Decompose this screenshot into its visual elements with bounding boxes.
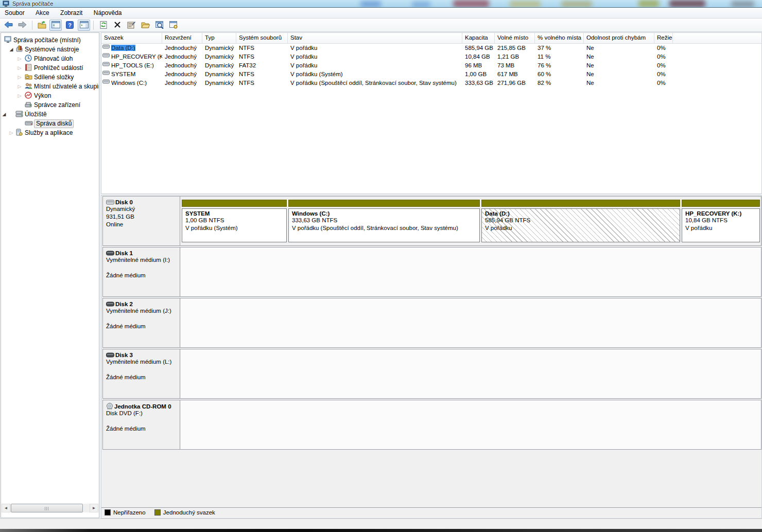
- volume-name-selected[interactable]: Data (D:): [111, 45, 135, 51]
- tree-item-label[interactable]: Plánovač úloh: [34, 54, 73, 63]
- disk-name: Jednotka CD-ROM 0: [114, 403, 171, 410]
- scrollbar-thumb[interactable]: [11, 504, 83, 512]
- expand-icon[interactable]: ▷: [16, 91, 23, 100]
- disk1-label[interactable]: Disk 1 Vyměnitelné médium (I:) Žádné méd…: [103, 247, 180, 296]
- back-icon[interactable]: [2, 20, 14, 31]
- disk3-no-media-area[interactable]: [181, 349, 761, 398]
- tree-item-label[interactable]: Místní uživatelé a skupiny: [34, 82, 99, 91]
- partition-hp-recovery[interactable]: HP_RECOVERY (K:) 10,84 GB NTFS V pořádku: [682, 200, 760, 242]
- volume-name[interactable]: SYSTEM: [111, 71, 135, 77]
- column-header-rezie[interactable]: Režie: [654, 33, 673, 43]
- tree-item-label-selected[interactable]: Správa disků: [34, 119, 74, 128]
- collapse-icon[interactable]: ◢: [1, 110, 7, 119]
- menu-soubor[interactable]: Soubor: [0, 8, 29, 19]
- disk2-label[interactable]: Disk 2 Vyměnitelné médium (J:) Žádné méd…: [103, 298, 180, 347]
- task-scheduler-icon: [25, 55, 32, 63]
- tree-item-label[interactable]: Sdílené složky: [34, 73, 74, 82]
- tree-item-device-manager[interactable]: Správce zařízení: [1, 100, 99, 110]
- open-icon[interactable]: [140, 20, 152, 31]
- cdrom-no-media-area[interactable]: [181, 400, 761, 449]
- expand-icon[interactable]: ▷: [16, 54, 23, 63]
- legend-unallocated: Nepřiřazeno: [105, 509, 146, 516]
- column-header-stav[interactable]: Stav: [288, 33, 462, 43]
- disk2-no-media-area[interactable]: [181, 298, 761, 347]
- desktop-wallpaper-bleed: [412, 2, 430, 8]
- refresh-icon[interactable]: [97, 20, 110, 31]
- tree-item-system-tools[interactable]: ◢ Systémové nástroje: [1, 45, 99, 54]
- expand-icon[interactable]: ▷: [16, 73, 23, 82]
- column-header-pct-volneho-mista[interactable]: % volného místa: [535, 33, 584, 43]
- tree-item-local-users-groups[interactable]: ▷ Místní uživatelé a skupiny: [1, 82, 99, 91]
- tree-item-storage[interactable]: ◢ Úložiště: [1, 110, 99, 119]
- tree-item-disk-management[interactable]: Správa disků: [1, 119, 99, 128]
- desktop-wallpaper-bleed: [638, 0, 659, 7]
- volume-list: Svazek Rozvržení Typ Systém souborů Stav…: [101, 32, 762, 194]
- help-icon[interactable]: ?: [64, 20, 76, 31]
- tree-item-event-viewer[interactable]: ▷ Prohlížeč událostí: [1, 63, 99, 73]
- services-icon: [15, 129, 23, 137]
- computer-icon: [4, 36, 12, 45]
- console-settings-icon[interactable]: [167, 20, 180, 31]
- svg-text:23: 23: [26, 76, 29, 79]
- volume-name[interactable]: HP_RECOVERY (K:): [111, 54, 162, 60]
- volume-row-windows-c[interactable]: Windows (C:) Jednoduchý Dynamický NTFS V…: [101, 79, 761, 87]
- expand-icon[interactable]: ▷: [16, 82, 23, 91]
- find-icon[interactable]: [153, 20, 166, 31]
- tree-item-shared-folders[interactable]: ▷ 23 Sdílené složky: [1, 73, 99, 82]
- simple-volume-color-bar: [682, 200, 760, 207]
- volume-row-hp-recovery[interactable]: HP_RECOVERY (K:) Jednoduchý Dynamický NT…: [101, 52, 761, 61]
- volume-row-system[interactable]: SYSTEM Jednoduchý Dynamický NTFS V pořád…: [101, 70, 761, 79]
- forward-icon[interactable]: [16, 20, 28, 31]
- scroll-right-icon[interactable]: ►: [90, 504, 98, 512]
- cdrom-label[interactable]: Jednotka CD-ROM 0 Disk DVD (F:) Žádné mé…: [103, 400, 180, 449]
- tree-item-label[interactable]: Správce zařízení: [34, 100, 80, 110]
- disk0-label[interactable]: Disk 0 Dynamický 931,51 GB Online: [103, 197, 180, 245]
- partition-windows-c[interactable]: Windows (C:) 333,63 GB NTFS V pořádku (S…: [288, 200, 480, 242]
- event-viewer-icon: [25, 64, 32, 73]
- show-action-pane-icon[interactable]: [78, 20, 90, 31]
- partition-data-d-selected[interactable]: Data (D:) 585,94 GB NTFS V pořádku: [481, 200, 680, 242]
- volume-name[interactable]: HP_TOOLS (E:): [111, 62, 154, 68]
- volume-row-hp-tools[interactable]: HP_TOOLS (E:) Jednoduchý Dynamický FAT32…: [101, 61, 761, 70]
- volume-row-data-d[interactable]: Data (D:) Jednoduchý Dynamický NTFS V po…: [101, 44, 761, 52]
- tree-horizontal-scrollbar[interactable]: ◄ ►: [2, 504, 98, 512]
- desktop-wallpaper-bleed: [510, 1, 541, 7]
- column-header-svazek[interactable]: Svazek: [101, 33, 162, 43]
- tree-item-services-applications[interactable]: ▷ Služby a aplikace: [1, 128, 99, 137]
- column-header-rozvrzeni[interactable]: Rozvržení: [162, 33, 202, 43]
- tree-item-label[interactable]: Správa počítače (místní): [13, 36, 81, 45]
- properties-icon[interactable]: [125, 20, 137, 31]
- tree-item-performance[interactable]: ▷ Výkon: [1, 91, 99, 100]
- column-header-volne-misto[interactable]: Volné místo: [495, 33, 535, 43]
- column-header-typ[interactable]: Typ: [202, 33, 236, 43]
- collapse-icon[interactable]: ◢: [8, 45, 14, 54]
- column-header-kapacita[interactable]: Kapacita: [462, 33, 495, 43]
- menu-zobrazit[interactable]: Zobrazit: [56, 8, 87, 19]
- tree-item-task-scheduler[interactable]: ▷ Plánovač úloh: [1, 54, 99, 63]
- simple-volume-color-bar: [182, 200, 287, 207]
- tree-item-label[interactable]: Úložiště: [25, 110, 47, 119]
- expand-icon[interactable]: ▷: [16, 63, 23, 73]
- export-list-icon[interactable]: [36, 20, 48, 31]
- menu-napoveda[interactable]: Nápověda: [89, 8, 127, 19]
- partition-system[interactable]: SYSTEM 1,00 GB NTFS V pořádku (Systém): [182, 200, 287, 242]
- tree-item-label[interactable]: Výkon: [34, 91, 51, 100]
- tree-item-label[interactable]: Prohlížeč událostí: [34, 63, 83, 73]
- disk3-label[interactable]: Disk 3 Vyměnitelné médium (L:) Žádné méd…: [103, 349, 180, 398]
- menu-akce[interactable]: Akce: [31, 8, 54, 19]
- volume-name[interactable]: Windows (C:): [111, 80, 147, 86]
- delete-icon[interactable]: [111, 20, 124, 31]
- column-header-system-souboru[interactable]: Systém souborů: [236, 33, 288, 43]
- scroll-left-icon[interactable]: ◄: [2, 504, 10, 512]
- tree-item-label[interactable]: Systémové nástroje: [25, 45, 79, 54]
- tree-item-computer-management[interactable]: Správa počítače (místní): [1, 36, 99, 45]
- disk-row-1: Disk 1 Vyměnitelné médium (I:) Žádné méd…: [102, 247, 761, 297]
- title-bar[interactable]: Správa počítače: [0, 0, 762, 8]
- tree-item-label[interactable]: Služby a aplikace: [25, 128, 73, 137]
- disk1-no-media-area[interactable]: [181, 247, 761, 296]
- show-console-tree-icon[interactable]: [49, 20, 62, 31]
- column-header-odolnost[interactable]: Odolnost proti chybám: [584, 33, 654, 43]
- expand-icon[interactable]: ▷: [8, 128, 14, 137]
- simple-volume-color-swatch: [154, 509, 161, 516]
- volume-icon: [102, 62, 110, 70]
